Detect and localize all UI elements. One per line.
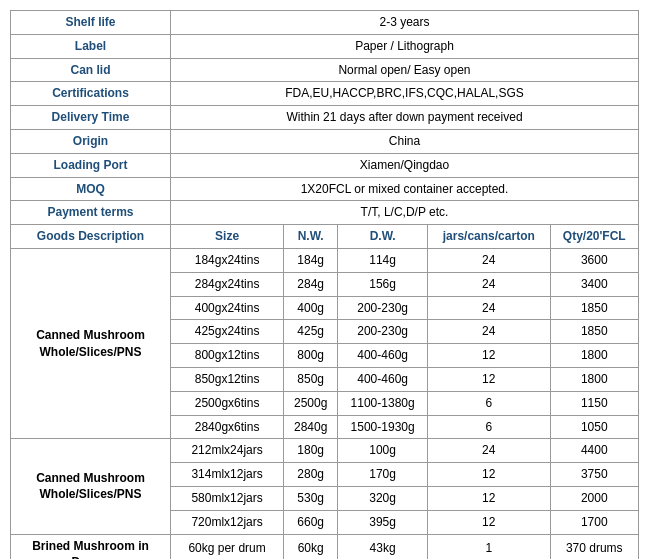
cell-dw: 200-230g — [338, 320, 428, 344]
cell-dw: 156g — [338, 272, 428, 296]
cell-dw: 43kg — [338, 534, 428, 559]
cell-size: 400gx24tins — [171, 296, 284, 320]
product-table: Shelf life 2-3 years Label Paper / Litho… — [10, 10, 639, 559]
cell-nw: 850g — [284, 367, 338, 391]
cell-dw: 200-230g — [338, 296, 428, 320]
cell-size: 184gx24tins — [171, 248, 284, 272]
cell-jars: 24 — [428, 248, 550, 272]
info-label: Can lid — [11, 58, 171, 82]
cell-qty: 3750 — [550, 463, 638, 487]
info-label: Delivery Time — [11, 106, 171, 130]
cell-dw: 100g — [338, 439, 428, 463]
cell-qty: 1800 — [550, 344, 638, 368]
cell-nw: 425g — [284, 320, 338, 344]
size-header: Size — [171, 225, 284, 249]
cell-nw: 530g — [284, 486, 338, 510]
cell-dw: 114g — [338, 248, 428, 272]
info-label: Loading Port — [11, 153, 171, 177]
cell-qty: 3400 — [550, 272, 638, 296]
cell-nw: 800g — [284, 344, 338, 368]
cell-dw: 320g — [338, 486, 428, 510]
info-value: China — [171, 129, 639, 153]
cell-jars: 12 — [428, 344, 550, 368]
cell-size: 720mlx12jars — [171, 510, 284, 534]
cell-size: 580mlx12jars — [171, 486, 284, 510]
cell-size: 60kg per drum — [171, 534, 284, 559]
info-row: Can lid Normal open/ Easy open — [11, 58, 639, 82]
info-value: 2-3 years — [171, 11, 639, 35]
info-label: Certifications — [11, 82, 171, 106]
cell-nw: 2840g — [284, 415, 338, 439]
info-value: Normal open/ Easy open — [171, 58, 639, 82]
cell-size: 425gx24tins — [171, 320, 284, 344]
info-row: Shelf life 2-3 years — [11, 11, 639, 35]
info-label: MOQ — [11, 177, 171, 201]
cell-size: 2500gx6tins — [171, 391, 284, 415]
cell-jars: 24 — [428, 320, 550, 344]
cell-nw: 60kg — [284, 534, 338, 559]
info-row: Label Paper / Lithograph — [11, 34, 639, 58]
cell-jars: 24 — [428, 272, 550, 296]
goods-description-label: Goods Description — [11, 225, 171, 249]
info-row: Payment terms T/T, L/C,D/P etc. — [11, 201, 639, 225]
cell-jars: 6 — [428, 391, 550, 415]
cell-qty: 1050 — [550, 415, 638, 439]
cell-qty: 1800 — [550, 367, 638, 391]
cell-dw: 1500-1930g — [338, 415, 428, 439]
cell-nw: 660g — [284, 510, 338, 534]
cell-dw: 400-460g — [338, 367, 428, 391]
section-label: Brined Mushroom in Drums (whole/slice/pn… — [11, 534, 171, 559]
info-label: Payment terms — [11, 201, 171, 225]
cell-jars: 24 — [428, 439, 550, 463]
info-value: Xiamen/Qingdao — [171, 153, 639, 177]
cell-nw: 184g — [284, 248, 338, 272]
cell-jars: 12 — [428, 486, 550, 510]
cell-qty: 3600 — [550, 248, 638, 272]
info-label: Origin — [11, 129, 171, 153]
info-value: T/T, L/C,D/P etc. — [171, 201, 639, 225]
cell-dw: 400-460g — [338, 344, 428, 368]
cell-size: 800gx12tins — [171, 344, 284, 368]
cell-qty: 1850 — [550, 320, 638, 344]
cell-qty: 1150 — [550, 391, 638, 415]
cell-qty: 370 drums — [550, 534, 638, 559]
cell-size: 314mlx12jars — [171, 463, 284, 487]
info-row: Delivery Time Within 21 days after down … — [11, 106, 639, 130]
cell-size: 212mlx24jars — [171, 439, 284, 463]
info-row: Certifications FDA,EU,HACCP,BRC,IFS,CQC,… — [11, 82, 639, 106]
cell-nw: 280g — [284, 463, 338, 487]
cell-nw: 2500g — [284, 391, 338, 415]
cell-nw: 400g — [284, 296, 338, 320]
cell-nw: 180g — [284, 439, 338, 463]
cell-qty: 1850 — [550, 296, 638, 320]
cell-size: 284gx24tins — [171, 272, 284, 296]
section-label: Canned Mushroom Whole/Slices/PNS — [11, 439, 171, 534]
cell-jars: 24 — [428, 296, 550, 320]
cell-dw: 170g — [338, 463, 428, 487]
cell-qty: 1700 — [550, 510, 638, 534]
info-row: Loading Port Xiamen/Qingdao — [11, 153, 639, 177]
cell-jars: 1 — [428, 534, 550, 559]
cell-jars: 6 — [428, 415, 550, 439]
cell-size: 850gx12tins — [171, 367, 284, 391]
info-value: Paper / Lithograph — [171, 34, 639, 58]
info-label: Shelf life — [11, 11, 171, 35]
dw-header: D.W. — [338, 225, 428, 249]
info-value: FDA,EU,HACCP,BRC,IFS,CQC,HALAL,SGS — [171, 82, 639, 106]
cell-dw: 395g — [338, 510, 428, 534]
info-row: Origin China — [11, 129, 639, 153]
cell-size: 2840gx6tins — [171, 415, 284, 439]
product-row: Canned Mushroom Whole/Slices/PNS212mlx24… — [11, 439, 639, 463]
cell-qty: 4400 — [550, 439, 638, 463]
main-container: Shelf life 2-3 years Label Paper / Litho… — [10, 10, 639, 559]
qty-header: Qty/20'FCL — [550, 225, 638, 249]
goods-header-row: Goods Description Size N.W. D.W. jars/ca… — [11, 225, 639, 249]
nw-header: N.W. — [284, 225, 338, 249]
info-row: MOQ 1X20FCL or mixed container accepted. — [11, 177, 639, 201]
cell-dw: 1100-1380g — [338, 391, 428, 415]
info-label: Label — [11, 34, 171, 58]
product-row: Brined Mushroom in Drums (whole/slice/pn… — [11, 534, 639, 559]
info-value: Within 21 days after down payment receiv… — [171, 106, 639, 130]
cell-jars: 12 — [428, 367, 550, 391]
cell-nw: 284g — [284, 272, 338, 296]
